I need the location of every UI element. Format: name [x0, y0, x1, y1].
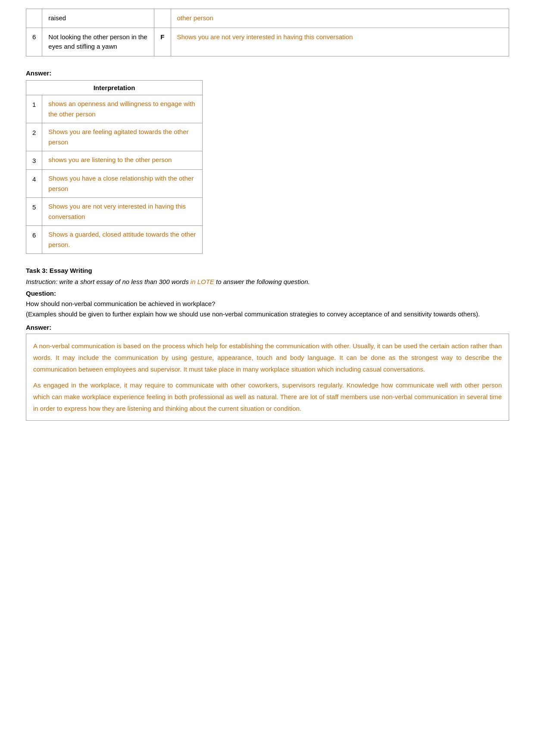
essay-answer-box: A non-verbal communication is based on t…: [26, 334, 509, 421]
interp-row: 3shows you are listening to the other pe…: [26, 151, 203, 169]
row-number: 1: [26, 95, 42, 123]
interp-text: Shows you have a close relationship with…: [42, 169, 203, 197]
table-row: 6 Not looking the other person in the ey…: [26, 28, 509, 56]
right-letter: F: [154, 28, 171, 56]
task3-answer-label: Answer:: [26, 324, 509, 331]
top-table: raised other person 6 Not looking the ot…: [26, 9, 509, 56]
essay-paragraph: As engaged in the workplace, it may requ…: [33, 379, 502, 414]
interp-text: shows you are listening to the other per…: [42, 151, 203, 169]
essay-paragraph: A non-verbal communication is based on t…: [33, 340, 502, 375]
interp-row: 2Shows you are feeling agitated towards …: [26, 123, 203, 151]
instruction-text-after: to answer the following question.: [214, 278, 310, 285]
interp-text: Shows you are feeling agitated towards t…: [42, 123, 203, 151]
interp-row: 1shows an openness and willingness to en…: [26, 95, 203, 123]
interp-text: shows an openness and willingness to eng…: [42, 95, 203, 123]
right-content: other person: [171, 9, 509, 28]
right-content: Shows you are not very interested in hav…: [171, 28, 509, 56]
interp-text: Shows you are not very interested in hav…: [42, 197, 203, 225]
interp-text: Shows a guarded, closed attitude towards…: [42, 225, 203, 253]
row-number: 3: [26, 151, 42, 169]
interp-row: 4Shows you have a close relationship wit…: [26, 169, 203, 197]
row-number: 6: [26, 28, 42, 56]
row-number: 2: [26, 123, 42, 151]
row-number: 4: [26, 169, 42, 197]
task3-instruction: Instruction: write a short essay of no l…: [26, 277, 509, 287]
interpretation-table: Interpretation 1shows an openness and wi…: [26, 80, 203, 254]
task3-question-text: How should non-verbal communication be a…: [26, 299, 509, 319]
table-row: raised other person: [26, 9, 509, 28]
lote-highlight: in LOTE: [191, 278, 214, 285]
task3-question-label: Question:: [26, 290, 509, 297]
task3-title: Task 3: Essay Writing: [26, 267, 509, 274]
row-number: [26, 9, 42, 28]
interp-row: 5Shows you are not very interested in ha…: [26, 197, 203, 225]
left-content: raised: [42, 9, 154, 28]
answer-label: Answer:: [26, 69, 509, 77]
instruction-text-before: Instruction: write a short essay of no l…: [26, 278, 191, 285]
row-number: 5: [26, 197, 42, 225]
interp-header: Interpretation: [26, 80, 203, 95]
right-letter: [154, 9, 171, 28]
interp-row: 6Shows a guarded, closed attitude toward…: [26, 225, 203, 253]
row-number: 6: [26, 225, 42, 253]
left-content: Not looking the other person in the eyes…: [42, 28, 154, 56]
